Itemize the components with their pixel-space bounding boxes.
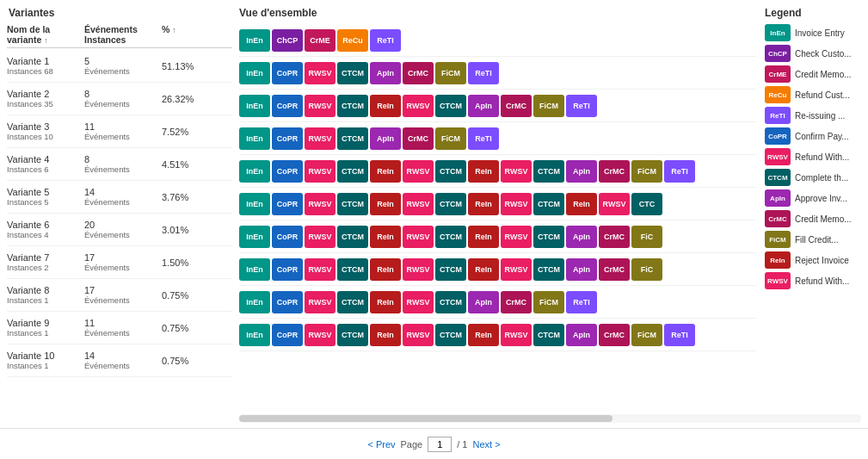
event-badge-rwsv[interactable]: RWSV bbox=[599, 193, 630, 215]
event-badge-rein[interactable]: ReIn bbox=[370, 324, 401, 346]
event-badge-rwsv[interactable]: RWSV bbox=[305, 226, 336, 248]
event-badge-rwsv[interactable]: RWSV bbox=[501, 160, 532, 183]
event-badge-rwsv[interactable]: RWSV bbox=[501, 193, 532, 215]
event-badge-crmc[interactable]: CrMC bbox=[599, 160, 630, 183]
event-badge-inen[interactable]: InEn bbox=[239, 258, 270, 281]
event-badge-reti[interactable]: ReTI bbox=[566, 291, 597, 313]
event-badge-copr[interactable]: CoPR bbox=[272, 193, 303, 215]
event-badge-rwsv[interactable]: RWSV bbox=[501, 226, 532, 248]
scrollbar-area[interactable] bbox=[239, 414, 861, 423]
event-badge-ctcm[interactable]: CTCM bbox=[337, 258, 368, 281]
event-badge-inen[interactable]: InEn bbox=[239, 226, 270, 248]
event-badge-ctcm[interactable]: CTCM bbox=[337, 160, 368, 183]
event-badge-ctcm[interactable]: CTCM bbox=[337, 193, 368, 215]
event-badge-reti[interactable]: ReTI bbox=[566, 95, 597, 117]
event-badge-rein[interactable]: ReIn bbox=[468, 258, 499, 281]
event-badge-ctcm[interactable]: CTCM bbox=[337, 226, 368, 248]
event-badge-ctcm[interactable]: CTCM bbox=[435, 324, 466, 346]
event-badge-crmc[interactable]: CrMC bbox=[599, 324, 630, 346]
event-badge-rwsv[interactable]: RWSV bbox=[305, 95, 336, 117]
event-badge-rwsv[interactable]: RWSV bbox=[403, 324, 434, 346]
event-badge-ficm[interactable]: FiCM bbox=[435, 62, 466, 84]
event-badge-apin[interactable]: ApIn bbox=[468, 95, 499, 117]
event-badge-ctcm[interactable]: CTCM bbox=[435, 258, 466, 281]
event-badge-crme[interactable]: CrME bbox=[305, 29, 336, 52]
event-badge-inen[interactable]: InEn bbox=[239, 160, 270, 183]
event-badge-rwsv[interactable]: RWSV bbox=[403, 258, 434, 281]
event-badge-rwsv[interactable]: RWSV bbox=[501, 324, 532, 346]
event-badge-ficm[interactable]: FiCM bbox=[631, 324, 662, 346]
event-badge-rein[interactable]: ReIn bbox=[370, 160, 401, 183]
event-badge-inen[interactable]: InEn bbox=[239, 291, 270, 313]
event-badge-ficm[interactable]: FiCM bbox=[533, 95, 564, 117]
event-badge-rein[interactable]: ReIn bbox=[370, 291, 401, 313]
event-badge-apin[interactable]: ApIn bbox=[566, 258, 597, 281]
event-badge-ctcm[interactable]: CTCM bbox=[533, 160, 564, 183]
event-badge-inen[interactable]: InEn bbox=[239, 29, 270, 52]
event-badge-rwsv[interactable]: RWSV bbox=[305, 160, 336, 183]
event-badge-copr[interactable]: CoPR bbox=[272, 291, 303, 313]
event-badge-copr[interactable]: CoPR bbox=[272, 226, 303, 248]
event-badge-crmc[interactable]: CrMC bbox=[599, 258, 630, 281]
event-badge-ctcm[interactable]: CTCM bbox=[533, 193, 564, 215]
event-badge-rein[interactable]: ReIn bbox=[468, 160, 499, 183]
event-badge-rein[interactable]: ReIn bbox=[370, 193, 401, 215]
event-badge-rwsv[interactable]: RWSV bbox=[305, 258, 336, 281]
event-badge-fic[interactable]: FiC bbox=[631, 258, 662, 281]
event-badge-apin[interactable]: ApIn bbox=[566, 226, 597, 248]
event-badge-ctcm[interactable]: CTCM bbox=[533, 226, 564, 248]
event-badge-rein[interactable]: ReIn bbox=[370, 258, 401, 281]
event-badge-ctcm[interactable]: CTCM bbox=[533, 258, 564, 281]
event-badge-rwsv[interactable]: RWSV bbox=[305, 127, 336, 150]
event-badge-ficm[interactable]: FiCM bbox=[631, 160, 662, 183]
event-badge-ctcm[interactable]: CTCM bbox=[533, 324, 564, 346]
event-badge-crmc[interactable]: CrMC bbox=[403, 127, 434, 150]
event-badge-apin[interactable]: ApIn bbox=[566, 160, 597, 183]
event-badge-ctcm[interactable]: CTCM bbox=[435, 291, 466, 313]
event-badge-copr[interactable]: CoPR bbox=[272, 160, 303, 183]
event-badge-apin[interactable]: ApIn bbox=[468, 291, 499, 313]
event-badge-rwsv[interactable]: RWSV bbox=[403, 160, 434, 183]
event-badge-inen[interactable]: InEn bbox=[239, 95, 270, 117]
event-badge-apin[interactable]: ApIn bbox=[370, 62, 401, 84]
event-badge-ctc[interactable]: CTC bbox=[631, 193, 662, 215]
event-badge-rwsv[interactable]: RWSV bbox=[403, 291, 434, 313]
event-badge-apin[interactable]: ApIn bbox=[566, 324, 597, 346]
event-badge-rein[interactable]: ReIn bbox=[468, 226, 499, 248]
event-badge-ctcm[interactable]: CTCM bbox=[337, 291, 368, 313]
event-badge-apin[interactable]: ApIn bbox=[370, 127, 401, 150]
event-badge-ctcm[interactable]: CTCM bbox=[435, 95, 466, 117]
event-badge-copr[interactable]: CoPR bbox=[272, 95, 303, 117]
event-badge-ctcm[interactable]: CTCM bbox=[435, 226, 466, 248]
event-badge-rwsv[interactable]: RWSV bbox=[305, 193, 336, 215]
event-badge-crmc[interactable]: CrMC bbox=[599, 226, 630, 248]
event-badge-rein[interactable]: ReIn bbox=[370, 95, 401, 117]
event-badge-fic[interactable]: FiC bbox=[631, 226, 662, 248]
page-input[interactable] bbox=[428, 437, 452, 452]
event-badge-reti[interactable]: ReTI bbox=[664, 324, 695, 346]
event-badge-rwsv[interactable]: RWSV bbox=[403, 193, 434, 215]
event-badge-reti[interactable]: ReTI bbox=[370, 29, 401, 52]
event-badge-copr[interactable]: CoPR bbox=[272, 258, 303, 281]
event-badge-rwsv[interactable]: RWSV bbox=[501, 258, 532, 281]
event-badge-reti[interactable]: ReTI bbox=[468, 127, 499, 150]
event-badge-ctcm[interactable]: CTCM bbox=[337, 127, 368, 150]
event-badge-copr[interactable]: CoPR bbox=[272, 324, 303, 346]
event-badge-rwsv[interactable]: RWSV bbox=[403, 95, 434, 117]
event-badge-ctcm[interactable]: CTCM bbox=[435, 160, 466, 183]
event-badge-rwsv[interactable]: RWSV bbox=[403, 226, 434, 248]
event-badge-rwsv[interactable]: RWSV bbox=[305, 291, 336, 313]
event-badge-ctcm[interactable]: CTCM bbox=[337, 95, 368, 117]
event-badge-crmc[interactable]: CrMC bbox=[501, 95, 532, 117]
event-badge-inen[interactable]: InEn bbox=[239, 193, 270, 215]
scrollbar-thumb[interactable] bbox=[239, 415, 613, 422]
event-badge-rein[interactable]: ReIn bbox=[370, 226, 401, 248]
event-badge-rein[interactable]: ReIn bbox=[468, 193, 499, 215]
event-badge-copr[interactable]: CoPR bbox=[272, 127, 303, 150]
event-badge-reti[interactable]: ReTI bbox=[664, 160, 695, 183]
event-badge-ctcm[interactable]: CTCM bbox=[337, 62, 368, 84]
event-badge-inen[interactable]: InEn bbox=[239, 62, 270, 84]
event-badge-crmc[interactable]: CrMC bbox=[501, 291, 532, 313]
event-badge-chcp[interactable]: ChCP bbox=[272, 29, 303, 52]
event-badge-copr[interactable]: CoPR bbox=[272, 62, 303, 84]
